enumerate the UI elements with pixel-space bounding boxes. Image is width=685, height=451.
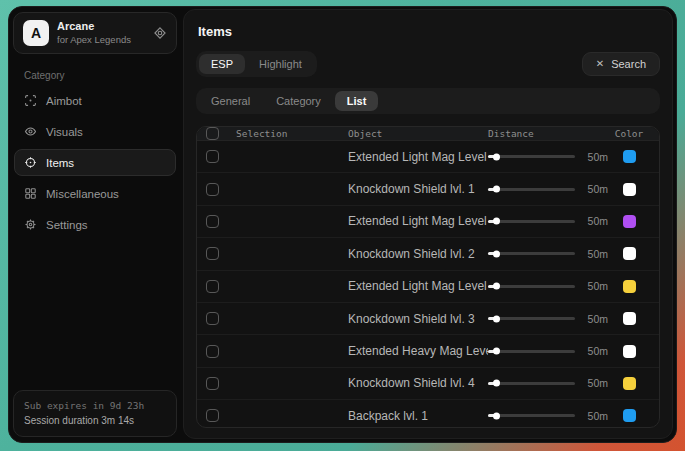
object-name: Knockdown Shield lvl. 2: [348, 247, 488, 261]
table-row: Knockdown Shield lvl. 4 50m: [197, 368, 659, 400]
color-cell: [608, 183, 650, 196]
tab-list[interactable]: List: [335, 91, 379, 111]
subscription-info-box: Sub expires in 9d 23h Session duration 3…: [13, 390, 177, 437]
distance-cell: 50m: [488, 410, 608, 422]
color-swatch[interactable]: [623, 312, 636, 325]
sidebar-item-visuals[interactable]: Visuals: [14, 118, 176, 145]
distance-cell: 50m: [488, 280, 608, 292]
mode-tabs: ESP Highlight: [196, 51, 317, 77]
table-row: Knockdown Shield lvl. 2 50m: [197, 238, 659, 270]
distance-slider[interactable]: [488, 252, 575, 255]
object-name: Extended Light Mag Level 4: [348, 279, 488, 293]
color-swatch[interactable]: [623, 150, 636, 163]
slider-thumb[interactable]: [493, 315, 500, 322]
slider-thumb[interactable]: [493, 250, 500, 257]
tab-esp[interactable]: ESP: [199, 54, 245, 74]
column-header-distance: Distance: [488, 128, 608, 139]
app-window: A Arcane for Apex Legends Category: [8, 6, 677, 443]
distance-cell: 50m: [488, 183, 608, 195]
distance-value: 50m: [584, 280, 608, 292]
color-swatch[interactable]: [623, 409, 636, 422]
color-swatch[interactable]: [623, 377, 636, 390]
distance-slider[interactable]: [488, 155, 575, 158]
color-swatch[interactable]: [623, 183, 636, 196]
sidebar-item-aimbot[interactable]: Aimbot: [14, 87, 176, 114]
color-cell: [608, 280, 650, 293]
sidebar-nav: Aimbot Visuals: [12, 87, 178, 238]
slider-thumb[interactable]: [493, 412, 500, 419]
slider-thumb[interactable]: [493, 153, 500, 160]
sidebar-item-items[interactable]: Items: [14, 149, 176, 176]
row-checkbox[interactable]: [206, 215, 219, 228]
distance-cell: 50m: [488, 313, 608, 325]
app-subtitle: for Apex Legends: [57, 34, 131, 46]
row-checkbox[interactable]: [206, 150, 219, 163]
color-swatch[interactable]: [623, 247, 636, 260]
sidebar: A Arcane for Apex Legends Category: [9, 7, 181, 442]
row-checkbox[interactable]: [206, 247, 219, 260]
row-checkbox[interactable]: [206, 377, 219, 390]
diamond-badge-icon[interactable]: [153, 26, 167, 40]
color-cell: [608, 409, 650, 422]
column-header-color: Color: [608, 128, 650, 139]
distance-slider[interactable]: [488, 414, 575, 417]
distance-slider[interactable]: [488, 350, 575, 353]
distance-slider[interactable]: [488, 382, 575, 385]
distance-cell: 50m: [488, 151, 608, 163]
object-name: Backpack lvl. 1: [348, 409, 488, 423]
table-row: Extended Light Mag Level 4 50m: [197, 271, 659, 303]
search-button-label: Search: [611, 58, 646, 70]
color-cell: [608, 150, 650, 163]
select-all-checkbox[interactable]: [206, 127, 219, 140]
color-cell: [608, 377, 650, 390]
row-checkbox[interactable]: [206, 183, 219, 196]
toolbar: ESP Highlight ✕ Search: [196, 51, 660, 77]
object-name: Knockdown Shield lvl. 3: [348, 312, 488, 326]
row-checkbox[interactable]: [206, 280, 219, 293]
object-name: Extended Light Mag Level 3: [348, 214, 488, 228]
miscellaneous-icon: [24, 187, 37, 200]
slider-thumb[interactable]: [493, 283, 500, 290]
sidebar-item-settings[interactable]: Settings: [14, 211, 176, 238]
sidebar-item-miscellaneous[interactable]: Miscellaneous: [14, 180, 176, 207]
distance-value: 50m: [584, 248, 608, 260]
distance-value: 50m: [584, 410, 608, 422]
table-row: Knockdown Shield lvl. 3 50m: [197, 303, 659, 335]
sub-expiry-text: Sub expires in 9d 23h: [24, 399, 166, 413]
distance-slider[interactable]: [488, 285, 575, 288]
search-icon: ✕: [596, 59, 604, 69]
color-swatch[interactable]: [623, 345, 636, 358]
items-icon: [24, 156, 37, 169]
distance-slider[interactable]: [488, 317, 575, 320]
column-header-object: Object: [348, 128, 488, 139]
table-header: Selection Object Distance Color: [197, 127, 659, 141]
slider-thumb[interactable]: [493, 380, 500, 387]
category-label: Category: [24, 70, 178, 81]
color-swatch[interactable]: [623, 280, 636, 293]
tab-highlight[interactable]: Highlight: [247, 54, 314, 74]
distance-slider[interactable]: [488, 188, 575, 191]
distance-value: 50m: [584, 313, 608, 325]
slider-thumb[interactable]: [493, 218, 500, 225]
table-row: Backpack lvl. 1 50m: [197, 400, 659, 428]
slider-thumb[interactable]: [493, 186, 500, 193]
row-checkbox[interactable]: [206, 345, 219, 358]
object-name: Extended Light Mag Level 2: [348, 150, 488, 164]
slider-thumb[interactable]: [493, 348, 500, 355]
row-checkbox[interactable]: [206, 312, 219, 325]
table-row: Knockdown Shield lvl. 1 50m: [197, 173, 659, 205]
sidebar-item-label: Settings: [46, 219, 88, 231]
distance-slider[interactable]: [488, 220, 575, 223]
tab-general[interactable]: General: [199, 91, 262, 111]
visuals-icon: [24, 125, 37, 138]
row-checkbox[interactable]: [206, 409, 219, 422]
distance-value: 50m: [584, 345, 608, 357]
color-swatch[interactable]: [623, 215, 636, 228]
page-title: Items: [198, 24, 660, 39]
object-name: Knockdown Shield lvl. 4: [348, 376, 488, 390]
app-logo: A: [23, 20, 49, 46]
tab-category[interactable]: Category: [264, 91, 333, 111]
distance-cell: 50m: [488, 345, 608, 357]
search-button[interactable]: ✕ Search: [582, 52, 660, 76]
distance-cell: 50m: [488, 215, 608, 227]
